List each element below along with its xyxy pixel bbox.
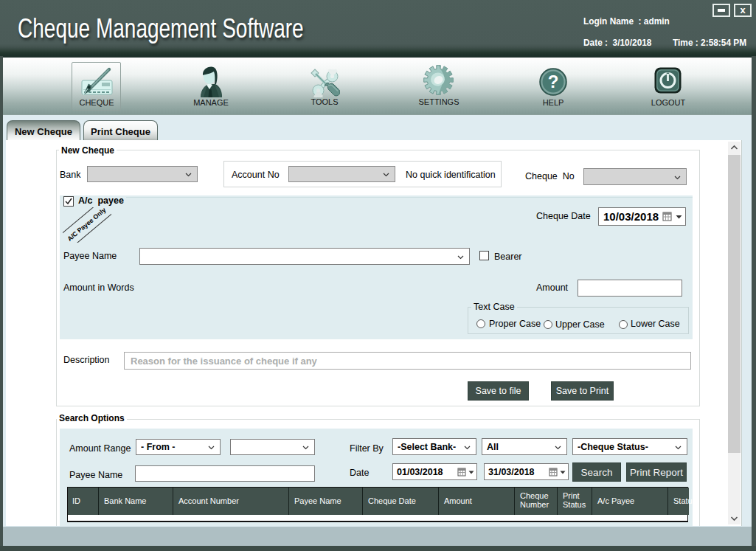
svg-text:?: ? — [548, 72, 559, 91]
